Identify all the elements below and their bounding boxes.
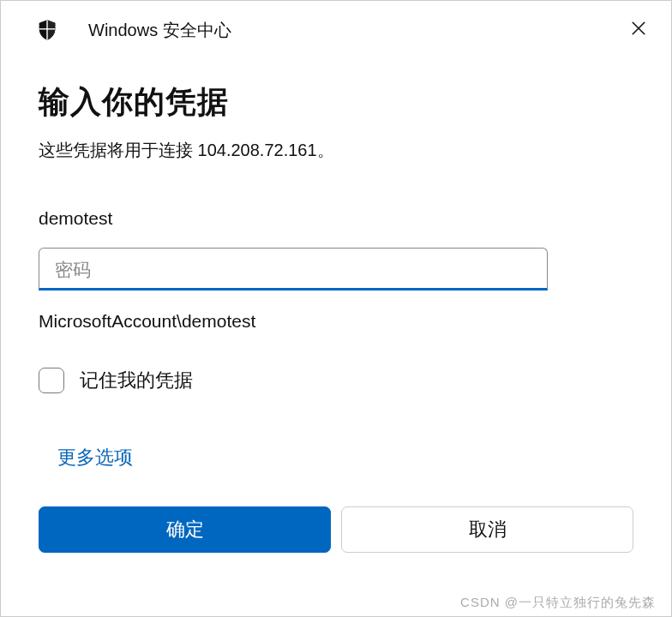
password-input[interactable] bbox=[39, 248, 548, 291]
dialog-title: Windows 安全中心 bbox=[88, 19, 231, 42]
credential-dialog: Windows 安全中心 输入你的凭据 这些凭据将用于连接 104.208.72… bbox=[0, 0, 672, 617]
close-icon bbox=[631, 21, 646, 39]
ok-button-label: 确定 bbox=[166, 517, 204, 542]
remember-row: 记住我的凭据 bbox=[39, 368, 633, 393]
cancel-button[interactable]: 取消 bbox=[341, 506, 633, 553]
account-line: MicrosoftAccount\demotest bbox=[39, 311, 633, 332]
username-label: demotest bbox=[39, 208, 633, 229]
titlebar: Windows 安全中心 bbox=[1, 1, 671, 51]
subtext: 这些凭据将用于连接 104.208.72.161。 bbox=[39, 139, 633, 162]
ok-button[interactable]: 确定 bbox=[39, 506, 331, 553]
button-row: 确定 取消 bbox=[39, 506, 633, 570]
svg-rect-1 bbox=[39, 28, 56, 29]
more-options-link[interactable]: 更多选项 bbox=[57, 445, 633, 470]
close-button[interactable] bbox=[625, 16, 652, 44]
heading: 输入你的凭据 bbox=[39, 81, 633, 123]
password-field-wrap bbox=[39, 248, 633, 291]
dialog-content: 输入你的凭据 这些凭据将用于连接 104.208.72.161。 demotes… bbox=[1, 51, 671, 570]
cancel-button-label: 取消 bbox=[469, 517, 507, 542]
svg-rect-0 bbox=[46, 20, 47, 39]
shield-icon bbox=[35, 18, 59, 42]
remember-label: 记住我的凭据 bbox=[80, 368, 193, 393]
remember-checkbox[interactable] bbox=[39, 368, 64, 393]
watermark: CSDN @一只特立独行的兔先森 bbox=[460, 595, 656, 611]
